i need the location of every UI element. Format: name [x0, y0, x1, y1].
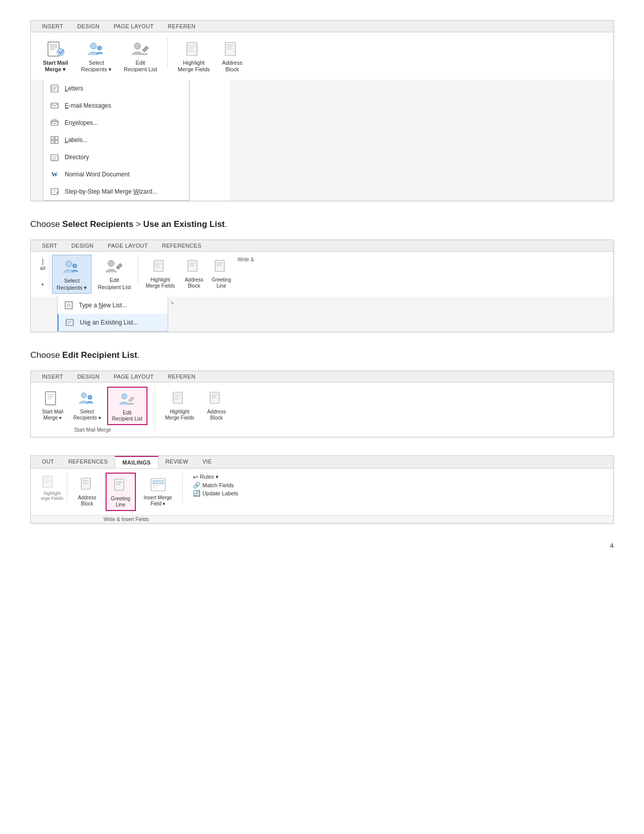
edit-recipient-list-btn[interactable]: EditRecipient List [120, 37, 161, 75]
partial-ail: ail [40, 265, 45, 271]
divider-2 [138, 255, 138, 285]
tab-insert-1[interactable]: INSERT [35, 21, 70, 32]
highlight-label-2: HighlightMerge Fields [145, 277, 175, 289]
tab-referen-3[interactable]: REFEREN [161, 371, 203, 382]
tab-referen-1[interactable]: REFEREN [161, 21, 203, 32]
address-block-btn-4[interactable]: AddressBlock [73, 473, 102, 509]
match-fields-btn-4[interactable]: 🔗 Match Fields [193, 482, 238, 489]
instruction-1: Choose Select Recipients > Use an Existi… [30, 219, 614, 229]
tab-out[interactable]: OUT [35, 456, 61, 468]
svg-point-3 [97, 46, 102, 50]
address-block-btn-2[interactable]: AddressBlock [181, 255, 207, 291]
edit-recipient-list-label-3: EditRecipient List [112, 410, 142, 422]
envelopes-icon [49, 118, 60, 128]
ribbon-tabs-1: INSERT DESIGN PAGE LAYOUT REFEREN [31, 21, 613, 32]
partial-label-4b: erge Fields [41, 496, 64, 501]
menu-item-directory[interactable]: Directory [43, 149, 189, 166]
menu-item-directory-label: Directory [65, 154, 89, 161]
tab-mailings-4[interactable]: MAILINGS [115, 456, 158, 468]
select-recipients-icon-3 [77, 389, 97, 409]
menu-item-envelopes[interactable]: Envelopes... [43, 114, 189, 131]
word-icon: W [49, 169, 60, 179]
group-label-bar-4: Write & Insert Fields [31, 515, 613, 523]
tab-vie-4[interactable]: VIE [195, 456, 219, 468]
dropdown-menu-2: Type a New List... Use an Existing List.… [57, 297, 168, 332]
svg-rect-26 [45, 392, 56, 405]
dropdown-spacer [31, 80, 38, 201]
instruction-1-bold1: Select Recipients [62, 219, 133, 229]
rules-label-4: Rules ▾ [200, 474, 219, 480]
greeting-line-btn-2[interactable]: GreetingLine [209, 255, 233, 291]
menu-item-wizard[interactable]: Step-by-Step Mail Merge Wizard... [43, 183, 189, 200]
greeting-line-btn-4[interactable]: GreetingLine [106, 473, 136, 511]
edit-recipient-list-btn-3[interactable]: EditRecipient List [107, 387, 147, 425]
address-block-btn-3[interactable]: AddressBlock [203, 387, 231, 423]
start-mail-merge-btn-3[interactable]: Start MailMerge ▾ [38, 387, 67, 425]
right-arrow-indicator: ↳ [168, 297, 176, 332]
tab-pagelayout-3[interactable]: PAGE LAYOUT [107, 371, 161, 382]
svg-point-1 [57, 49, 64, 56]
start-mail-merge-icon-3 [42, 389, 63, 409]
tab-references-4[interactable]: REFERENCES [61, 456, 115, 468]
write-insert-fields-label: Write & Insert Fields [104, 517, 149, 522]
insert-merge-field-btn-4[interactable]: Insert MergeField ▾ [140, 473, 176, 509]
update-labels-btn-4[interactable]: 🔄 Update Labels [193, 490, 238, 497]
menu-item-email-label: E-mail Messages [65, 102, 111, 109]
highlight-icon-3 [170, 389, 190, 409]
select-recipients-btn-3[interactable]: SelectRecipients ▾ [69, 387, 105, 425]
tab-references-2[interactable]: REFERENCES [155, 240, 209, 251]
tab-sert[interactable]: SERT [35, 240, 64, 251]
highlight-merge-fields-btn[interactable]: HighlightMerge Fields [174, 37, 214, 75]
svg-point-20 [108, 260, 114, 266]
wizard-icon [49, 187, 60, 197]
tab-design-2[interactable]: DESIGN [64, 240, 101, 251]
start-mail-merge-btn[interactable]: Start MailMerge ▾ [38, 37, 73, 75]
tab-pagelayout-2[interactable]: PAGE LAYOUT [101, 240, 155, 251]
menu-item-use-existing[interactable]: Use an Existing List... [58, 314, 168, 331]
svg-point-28 [88, 395, 92, 399]
tab-pagelayout-1[interactable]: PAGE LAYOUT [107, 21, 161, 32]
start-mail-merge-label-3: Start MailMerge ▾ [42, 409, 63, 421]
instruction-1-suffix: . [225, 219, 227, 229]
menu-item-type-new[interactable]: Type a New List... [58, 297, 168, 314]
select-recipients-btn[interactable]: SelectRecipients ▾ [77, 37, 116, 75]
ribbon-screenshot-1: INSERT DESIGN PAGE LAYOUT REFEREN Start … [30, 20, 614, 201]
use-existing-label: Use an Existing List... [80, 319, 138, 326]
menu-item-email[interactable]: E-mail Messages [43, 97, 189, 114]
labels-icon [49, 135, 60, 145]
menu-item-labels[interactable]: Labels... [43, 131, 189, 149]
ribbon-body-3: Start MailMerge ▾ SelectRecipients ▾ [31, 383, 613, 437]
rules-btn-4[interactable]: ↩ Rules ▾ [193, 474, 238, 481]
ribbon-screenshot-3: INSERT DESIGN PAGE LAYOUT REFEREN Start [30, 370, 614, 437]
svg-point-4 [134, 43, 140, 49]
ribbon-tabs-4: OUT REFERENCES MAILINGS REVIEW VIE [31, 456, 613, 469]
svg-rect-36 [153, 481, 163, 484]
tab-design-1[interactable]: DESIGN [70, 21, 107, 32]
match-fields-icon-4: 🔗 [193, 482, 201, 489]
tab-review-4[interactable]: REVIEW [159, 456, 195, 468]
menu-item-letters-label: Letters [65, 85, 83, 92]
tab-insert-3[interactable]: INSERT [35, 371, 70, 382]
ribbon-body-1: Start MailMerge ▾ SelectRecipients ▾ Edi… [31, 32, 613, 80]
partial-label-4a: highlight [41, 491, 64, 496]
menu-item-letters[interactable]: Letters [43, 80, 189, 97]
update-labels-icon-4: 🔄 [193, 490, 201, 497]
select-recipients-btn-2[interactable]: SelectRecipients ▾ [52, 255, 91, 293]
insert-merge-field-icon-4 [148, 475, 168, 495]
dropdown-overlay-1: Letters E-mail Messages Envelopes... [31, 80, 613, 201]
tab-design-3[interactable]: DESIGN [70, 371, 107, 382]
menu-item-wizard-label: Step-by-Step Mail Merge Wizard... [65, 188, 157, 195]
use-existing-icon [65, 317, 75, 328]
highlight-merge-fields-btn-2[interactable]: HighlightMerge Fields [141, 255, 179, 291]
section-1: INSERT DESIGN PAGE LAYOUT REFEREN Start … [30, 20, 614, 201]
address-block-btn[interactable]: AddressBlock [218, 37, 246, 75]
menu-item-normal-word[interactable]: W Normal Word Document [43, 166, 189, 183]
edit-recipient-list-label: EditRecipient List [124, 60, 157, 73]
edit-recipient-list-btn-2[interactable]: EditRecipient List [93, 255, 135, 292]
address-block-icon-3 [207, 389, 227, 409]
select-recipients-icon-2 [62, 257, 82, 277]
highlight-merge-fields-btn-3[interactable]: HighlightMerge Fields [161, 387, 199, 423]
dropdown-menu-1: Letters E-mail Messages Envelopes... [43, 80, 189, 201]
ribbon-tabs-2: SERT DESIGN PAGE LAYOUT REFERENCES [31, 240, 613, 252]
section-3: INSERT DESIGN PAGE LAYOUT REFEREN Start [30, 370, 614, 437]
